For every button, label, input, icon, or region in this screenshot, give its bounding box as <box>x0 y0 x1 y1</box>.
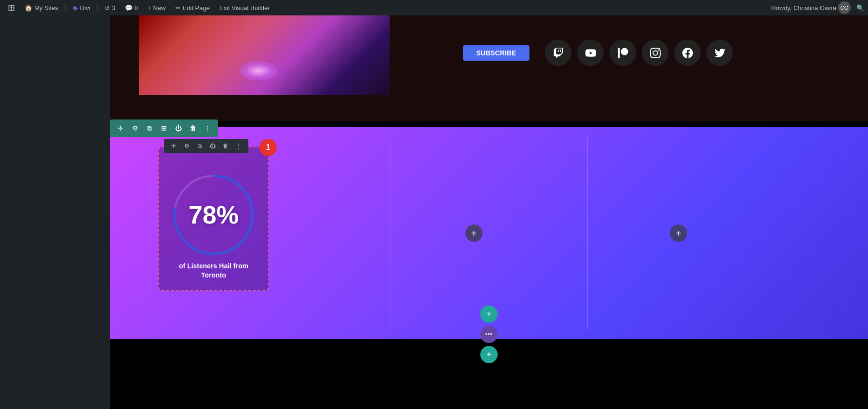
row-columns-button[interactable]: ⊞ <box>157 121 171 135</box>
wp-logo-icon: ⊞ <box>8 2 15 13</box>
admin-bar-sep-2 <box>97 3 98 12</box>
module-move-button[interactable]: ✛ <box>168 140 179 152</box>
facebook-icon <box>682 48 693 58</box>
new-button[interactable]: + New <box>144 0 170 15</box>
admin-bar-right: Howdy, Christina Gwira CG 🔍 <box>771 1 864 14</box>
my-sites-icon: 🏠 <box>25 4 32 12</box>
youtube-button[interactable] <box>577 40 604 66</box>
row-clone-button[interactable]: ⧉ <box>143 121 156 135</box>
row-delete-button[interactable]: 🗑 <box>186 121 200 135</box>
comments-icon: 💬 <box>125 4 133 12</box>
youtube-icon <box>585 48 596 58</box>
module-caption: of Listeners Hail from Toronto <box>159 262 268 280</box>
divi-button[interactable]: ◈ Divi <box>68 0 95 15</box>
exit-visual-builder-button[interactable]: Exit Visual Builder <box>216 0 274 15</box>
patreon-button[interactable] <box>610 40 636 66</box>
add-column-2-button[interactable]: + <box>465 224 483 242</box>
twitch-icon <box>553 48 564 58</box>
module-clone-button[interactable]: ⧉ <box>194 140 205 152</box>
caption-line-1: of Listeners Hail from <box>159 262 268 271</box>
module-badge: 1 <box>259 139 277 156</box>
add-row-above-button[interactable]: + <box>480 305 498 323</box>
upper-section: SUBSCRIBE <box>110 15 868 121</box>
admin-search-icon[interactable]: 🔍 <box>856 4 864 12</box>
new-label: New <box>153 4 166 12</box>
twitter-icon <box>715 48 725 58</box>
column-divider-1 <box>391 137 391 330</box>
percentage-value: 78% <box>189 200 239 229</box>
comments-count: 0 <box>135 4 138 12</box>
row-move-button[interactable]: ✛ <box>114 121 127 135</box>
patreon-icon <box>618 48 628 58</box>
add-column-3-button[interactable]: + <box>670 224 687 242</box>
my-sites-button[interactable]: 🏠 My Sites <box>21 0 62 15</box>
module-more-button[interactable]: ⋮ <box>233 140 244 152</box>
left-sidebar <box>0 15 110 409</box>
my-sites-label: My Sites <box>34 4 58 12</box>
twitter-button[interactable] <box>706 40 733 66</box>
twitch-button[interactable] <box>545 40 571 66</box>
comments-button[interactable]: 💬 0 <box>121 0 142 15</box>
new-icon: + <box>148 4 151 12</box>
caption-line-2: Toronto <box>159 271 268 280</box>
user-avatar[interactable]: CG <box>838 1 851 14</box>
bottom-row-controls: + ••• + <box>480 305 498 363</box>
edit-page-label: Edit Page <box>183 4 210 12</box>
revisions-button[interactable]: ↺ 3 <box>101 0 119 15</box>
user-greeting: Howdy, Christina Gwira <box>771 4 836 12</box>
purple-section: ✛ ⚙ ⧉ ⊞ ⏻ 🗑 ⋮ 1 ✛ ⚙ ⧉ ⏻ 🗑 ⋮ <box>110 127 868 339</box>
module-delete-button[interactable]: 🗑 <box>220 140 231 152</box>
main-content: SUBSCRIBE <box>110 15 868 409</box>
module-disable-button[interactable]: ⏻ <box>207 140 218 152</box>
divi-label: Divi <box>80 4 91 12</box>
row-toolbar: ✛ ⚙ ⧉ ⊞ ⏻ 🗑 ⋮ <box>110 119 218 137</box>
module-toolbar: ✛ ⚙ ⧉ ⏻ 🗑 ⋮ <box>164 139 248 153</box>
edit-page-icon: ✏ <box>176 4 181 12</box>
revisions-icon: ↺ <box>105 4 110 12</box>
social-area: SUBSCRIBE <box>463 40 733 66</box>
subscribe-button[interactable]: SUBSCRIBE <box>463 45 529 61</box>
column-divider-2 <box>587 137 588 330</box>
row-disable-button[interactable]: ⏻ <box>172 121 185 135</box>
admin-bar-sep-1 <box>65 3 66 12</box>
instagram-icon <box>650 48 661 58</box>
divi-icon: ◈ <box>72 3 78 12</box>
add-row-below-button[interactable]: + <box>480 346 498 363</box>
instagram-button[interactable] <box>642 40 668 66</box>
hero-image <box>139 15 390 95</box>
wp-logo-button[interactable]: ⊞ <box>4 0 19 15</box>
edit-page-button[interactable]: ✏ Edit Page <box>172 0 214 15</box>
circle-counter-module: 1 ✛ ⚙ ⧉ ⏻ 🗑 ⋮ 78% <box>158 146 269 291</box>
module-settings-button[interactable]: ⚙ <box>181 140 192 152</box>
row-options-button[interactable]: ••• <box>480 326 498 343</box>
circle-progress: 78% <box>170 172 257 258</box>
revisions-count: 3 <box>112 4 115 12</box>
row-settings-button[interactable]: ⚙ <box>128 121 142 135</box>
admin-bar: ⊞ 🏠 My Sites ◈ Divi ↺ 3 💬 0 + New ✏ Edit… <box>0 0 868 15</box>
exit-vb-label: Exit Visual Builder <box>219 4 270 12</box>
facebook-button[interactable] <box>674 40 701 66</box>
row-more-button[interactable]: ⋮ <box>201 121 214 135</box>
